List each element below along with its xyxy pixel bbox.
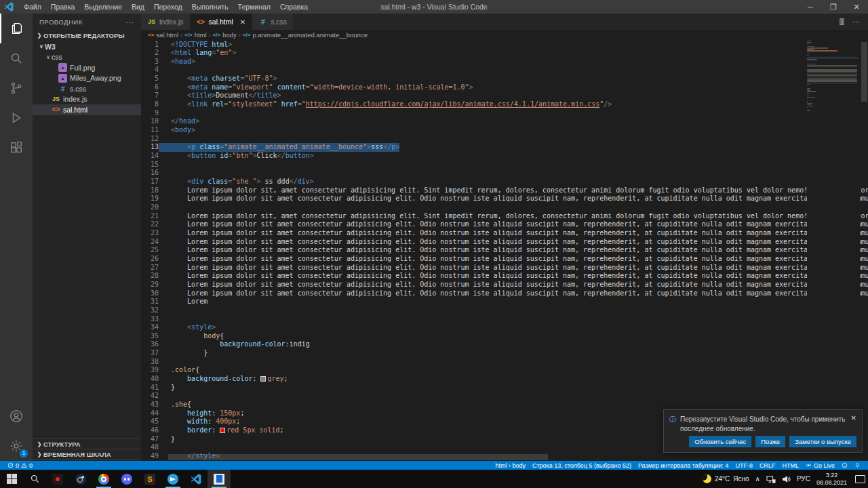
- code-line-16[interactable]: 16: [141, 169, 868, 178]
- sidebar-more-icon[interactable]: ···: [126, 18, 135, 26]
- section-timeline[interactable]: ❯ВРЕМЕННАЯ ШКАЛА: [33, 449, 141, 460]
- tab-index-js[interactable]: JSindex.js: [141, 14, 191, 30]
- vertical-scrollbar[interactable]: [860, 41, 868, 461]
- breadcrumb-item-2[interactable]: </>html: [184, 31, 207, 39]
- code-line-15[interactable]: 15: [141, 161, 868, 169]
- tray-expand-chevron-icon[interactable]: ∧: [755, 475, 760, 483]
- selector-breadcrumb[interactable]: html › body: [492, 461, 529, 470]
- code-line-30[interactable]: 30 Lorem ipsum dolor sit amet consectetu…: [141, 289, 868, 298]
- tree-item-miles_away.png[interactable]: ▲Miles_Away.png: [33, 73, 141, 84]
- code-line-38[interactable]: 38: [141, 358, 868, 367]
- tree-item-sal.html[interactable]: <>sal.html: [33, 104, 141, 115]
- taskbar-discord-button[interactable]: [115, 470, 138, 488]
- notification-close-icon[interactable]: ✕: [851, 414, 856, 422]
- code-line-35[interactable]: 35 body{: [141, 332, 868, 341]
- code-line-8[interactable]: 8 <link rel="stylesheet" href="https://c…: [141, 100, 868, 109]
- code-line-42[interactable]: 42: [141, 392, 868, 401]
- code-line-33[interactable]: 33: [141, 315, 868, 324]
- code-line-26[interactable]: 26 Lorem ipsum dolor sit amet consectetu…: [141, 255, 868, 264]
- taskbar-steam-button[interactable]: [69, 470, 92, 488]
- code-line-34[interactable]: 34 <style>: [141, 323, 868, 332]
- account-icon[interactable]: [0, 401, 33, 431]
- code-line-24[interactable]: 24 Lorem ipsum dolor sit amet consectetu…: [141, 238, 868, 247]
- code-line-3[interactable]: 3<head>: [141, 58, 868, 66]
- cursor-position[interactable]: Строка 13, столбец 5 (выбрано 52): [529, 461, 635, 470]
- section-outline[interactable]: ❯СТРУКТУРА: [33, 439, 141, 449]
- clock[interactable]: 3:22 08.08.2021: [816, 472, 847, 486]
- code-line-27[interactable]: 27 Lorem ipsum dolor sit amet consectetu…: [141, 264, 868, 272]
- tab-sal-html[interactable]: <>sal.html✕: [191, 14, 253, 30]
- code-line-17[interactable]: 17 <div class="she "> ss ddd</div>: [141, 178, 868, 186]
- menu-item-8[interactable]: Справка: [275, 0, 313, 14]
- minimize-button[interactable]: ─: [799, 0, 822, 14]
- language-mode[interactable]: HTML: [778, 461, 802, 470]
- source-control-icon[interactable]: [0, 73, 33, 103]
- taskbar-chrome-button[interactable]: [92, 470, 115, 488]
- code-line-6[interactable]: 6 <meta name="viewport" content="width=d…: [141, 83, 868, 92]
- minimap[interactable]: [807, 41, 860, 461]
- code-line-23[interactable]: 23 Lorem ipsum dolor sit amet consectetu…: [141, 229, 868, 238]
- code-editor[interactable]: 1<!DOCTYPE html>2<html lang="en">3<head>…: [141, 41, 868, 462]
- extensions-icon[interactable]: [0, 133, 33, 163]
- taskbar-photos-button[interactable]: [208, 470, 231, 488]
- code-line-7[interactable]: 7 <title>Document</title>: [141, 92, 868, 100]
- volume-icon[interactable]: [782, 475, 791, 483]
- more-actions-icon[interactable]: ···: [852, 18, 860, 26]
- search-icon[interactable]: [0, 43, 33, 73]
- tree-item-full.png[interactable]: ▲Full.png: [33, 62, 141, 73]
- code-line-31[interactable]: 31 Lorem: [141, 298, 868, 306]
- menu-item-3[interactable]: Выделение: [79, 0, 127, 14]
- menu-item-4[interactable]: Вид: [127, 0, 149, 14]
- tab-close-icon[interactable]: ✕: [240, 18, 245, 26]
- explorer-icon[interactable]: [0, 14, 33, 43]
- code-line-21[interactable]: 21 Lorem ipsum dolor sit, amet consectet…: [141, 212, 868, 221]
- tab-s-css[interactable]: #s.css: [252, 14, 294, 30]
- code-line-18[interactable]: 18 Lorem ipsum dolor sit, amet consectet…: [141, 186, 868, 195]
- code-line-28[interactable]: 28 Lorem ipsum dolor sit amet consectetu…: [141, 272, 868, 281]
- taskbar-search-button[interactable]: [23, 470, 46, 488]
- code-line-9[interactable]: 9: [141, 109, 868, 118]
- taskbar-vscode-button[interactable]: [184, 470, 208, 488]
- code-line-40[interactable]: 40 background-color: grey;: [141, 375, 868, 384]
- maximize-button[interactable]: ❐: [822, 0, 845, 14]
- breadcrumb-item-3[interactable]: </>body: [213, 31, 237, 39]
- split-editor-icon[interactable]: ⫿⫿: [840, 18, 844, 26]
- tree-item-css[interactable]: ∨css: [33, 52, 141, 63]
- language-indicator[interactable]: РУС: [797, 475, 810, 483]
- code-line-43[interactable]: 43.she{: [141, 401, 868, 409]
- network-icon[interactable]: [766, 475, 776, 483]
- tree-item-s.css[interactable]: #s.css: [33, 83, 141, 94]
- encoding[interactable]: UTF-8: [732, 461, 756, 470]
- breadcrumb-item-1[interactable]: <>sal.html: [148, 31, 178, 39]
- code-line-14[interactable]: 14 <button id="btn">Click</button>: [141, 152, 868, 161]
- code-line-5[interactable]: 5 <meta charset="UTF-8">: [141, 75, 868, 83]
- menu-item-7[interactable]: Терминал: [233, 0, 275, 14]
- settings-gear-icon[interactable]: 1: [0, 431, 33, 461]
- close-button[interactable]: ✕: [845, 0, 868, 14]
- taskbar-recorder-button[interactable]: [46, 470, 69, 488]
- code-line-22[interactable]: 22 Lorem ipsum dolor sit amet consectetu…: [141, 220, 868, 229]
- code-line-37[interactable]: 37 }: [141, 349, 868, 358]
- code-line-36[interactable]: 36 background-color:indig: [141, 340, 868, 349]
- tree-item-w3[interactable]: ∨W3: [33, 41, 141, 52]
- code-line-1[interactable]: 1<!DOCTYPE html>: [141, 41, 868, 49]
- horizontal-scrollbar-thumb[interactable]: [168, 454, 548, 460]
- weather-widget[interactable]: 24°C Ясно: [703, 474, 749, 483]
- breadcrumb-item-4[interactable]: </>p.animate__animated.animate__bounce: [243, 31, 368, 39]
- taskbar-sublime-button[interactable]: S: [138, 470, 161, 488]
- feedback-smiley-icon[interactable]: [838, 461, 851, 470]
- code-line-41[interactable]: 41}: [141, 384, 868, 392]
- code-line-13[interactable]: 13 <p class="animate__animated animate__…: [141, 143, 868, 152]
- action-center-icon[interactable]: [855, 475, 865, 483]
- problems-indicator[interactable]: 0 0: [4, 461, 36, 470]
- release-notes-button[interactable]: Заметки о выпуске: [789, 436, 856, 447]
- menu-item-2[interactable]: Правка: [46, 0, 79, 14]
- taskbar-telegram-button[interactable]: [161, 470, 184, 488]
- update-now-button[interactable]: Обновить сейчас: [689, 436, 751, 447]
- tree-item-index.js[interactable]: JSindex.js: [33, 94, 141, 105]
- go-live-button[interactable]: Go Live: [802, 461, 838, 470]
- vertical-scrollbar-thumb[interactable]: [861, 42, 867, 102]
- code-line-20[interactable]: 20: [141, 203, 868, 212]
- code-line-19[interactable]: 19 Lorem ipsum dolor sit amet consectetu…: [141, 195, 868, 203]
- eol[interactable]: CRLF: [756, 461, 779, 470]
